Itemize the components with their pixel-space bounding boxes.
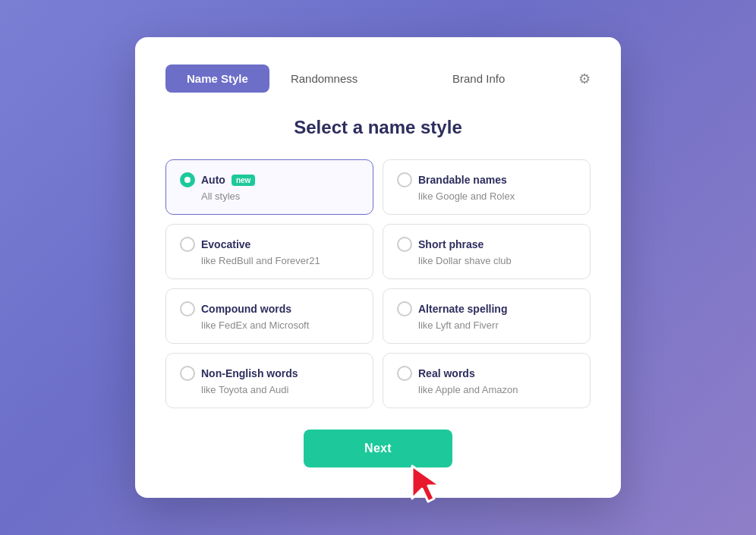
option-compound-name: Compound words xyxy=(201,303,291,315)
options-grid: Auto new All styles Brandable names like… xyxy=(165,159,591,408)
option-short-phrase[interactable]: Short phrase like Dollar shave club xyxy=(383,224,591,279)
radio-non-english xyxy=(180,366,195,381)
option-short-phrase-header: Short phrase xyxy=(397,237,576,252)
next-btn-wrapper: Next xyxy=(165,430,591,467)
option-evocative-header: Evocative xyxy=(180,237,359,252)
option-real-words[interactable]: Real words like Apple and Amazon xyxy=(383,353,591,408)
option-non-english[interactable]: Non-English words like Toyota and Audi xyxy=(165,353,373,408)
option-non-english-header: Non-English words xyxy=(180,366,359,381)
svg-marker-0 xyxy=(412,466,440,502)
radio-compound xyxy=(180,301,195,316)
option-brandable-desc: like Google and Rolex xyxy=(418,190,576,202)
radio-alternate xyxy=(397,301,412,316)
tab-brand-info[interactable]: Brand Info xyxy=(379,65,578,93)
option-real-words-desc: like Apple and Amazon xyxy=(418,384,576,395)
option-compound-desc: like FedEx and Microsoft xyxy=(201,319,359,331)
option-auto-name: Auto xyxy=(201,174,225,186)
option-non-english-desc: like Toyota and Audi xyxy=(201,384,359,395)
badge-new: new xyxy=(232,175,255,186)
option-real-words-header: Real words xyxy=(397,366,576,381)
modal: Name Style Randomness Brand Info ⚙ Selec… xyxy=(135,37,621,498)
option-compound-header: Compound words xyxy=(180,301,359,316)
gear-button[interactable]: ⚙ xyxy=(578,71,591,87)
option-non-english-name: Non-English words xyxy=(201,367,298,379)
option-auto[interactable]: Auto new All styles xyxy=(165,159,373,215)
radio-auto xyxy=(180,172,195,187)
option-compound[interactable]: Compound words like FedEx and Microsoft xyxy=(165,288,373,344)
option-brandable[interactable]: Brandable names like Google and Rolex xyxy=(383,159,591,215)
cursor-arrow-icon xyxy=(408,462,454,504)
option-auto-desc: All styles xyxy=(201,190,359,202)
option-evocative-desc: like RedBull and Forever21 xyxy=(201,255,359,266)
gear-icon: ⚙ xyxy=(578,71,591,87)
radio-brandable xyxy=(397,172,412,187)
option-brandable-header: Brandable names xyxy=(397,172,576,187)
option-alternate-name: Alternate spelling xyxy=(418,303,507,315)
option-alternate[interactable]: Alternate spelling like Lyft and Fiverr xyxy=(383,288,591,344)
option-evocative-name: Evocative xyxy=(201,238,250,250)
option-real-words-name: Real words xyxy=(418,367,475,379)
option-auto-header: Auto new xyxy=(180,172,359,187)
tab-randomness[interactable]: Randomness xyxy=(269,65,379,93)
tab-name-style[interactable]: Name Style xyxy=(165,65,269,93)
tabs: Name Style Randomness Brand Info ⚙ xyxy=(165,65,591,93)
option-evocative[interactable]: Evocative like RedBull and Forever21 xyxy=(165,224,373,279)
section-title: Select a name style xyxy=(165,117,591,138)
option-alternate-desc: like Lyft and Fiverr xyxy=(418,319,576,331)
radio-evocative xyxy=(180,237,195,252)
option-brandable-name: Brandable names xyxy=(418,174,507,186)
radio-real-words xyxy=(397,366,412,381)
radio-short-phrase xyxy=(397,237,412,252)
option-short-phrase-desc: like Dollar shave club xyxy=(418,255,576,266)
option-alternate-header: Alternate spelling xyxy=(397,301,576,316)
option-short-phrase-name: Short phrase xyxy=(418,238,484,250)
